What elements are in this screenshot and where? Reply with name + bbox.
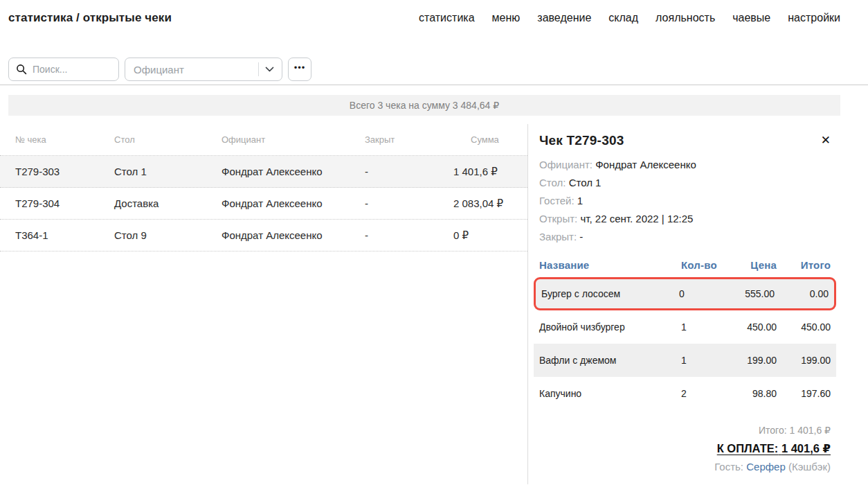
summary-banner: Всего 3 чека на сумму 3 484,64 ₽ xyxy=(8,95,840,116)
toolbar-divider xyxy=(0,85,868,85)
waiter-cell: Фондрат Алексеенко xyxy=(221,197,365,209)
col-waiter: Официант xyxy=(221,134,365,145)
item-qty: 1 xyxy=(681,355,723,366)
checks-table-body: T279-303 Стол 1 Фондрат Алексеенко - 1 4… xyxy=(0,156,527,252)
nav-item[interactable]: меню xyxy=(492,12,521,24)
check-row[interactable]: T279-304 Доставка Фондрат Алексеенко - 2… xyxy=(0,188,527,220)
items-table-body: Бургер с лососем 0 555.00 0.00 Двойной ч… xyxy=(539,277,831,410)
check-number-cell: T279-304 xyxy=(15,197,114,209)
check-info-field: Официант: Фондрат Алексеенко xyxy=(539,159,831,170)
col-closed: Закрыт xyxy=(365,134,453,145)
check-detail-panel: Чек T279-303 ✕ Официант: Фондрат Алексее… xyxy=(527,124,868,484)
panel-header: Чек T279-303 ✕ xyxy=(539,133,831,148)
subtotal-value: 1 401,6 ₽ xyxy=(789,425,831,436)
item-name: Бургер с лососем xyxy=(541,288,679,299)
top-bar: статистика / открытые чеки статистика ме… xyxy=(0,0,868,25)
main-content: № чека Стол Официант Закрыт Сумма T279-3… xyxy=(0,124,868,484)
search-input[interactable] xyxy=(8,58,119,81)
check-info-field: Стол: Стол 1 xyxy=(539,177,831,188)
nav-item[interactable]: чаевые xyxy=(732,12,770,24)
col-item-name: Название xyxy=(539,259,681,271)
sum-cell: 0 ₽ xyxy=(453,229,527,242)
guest-label: Гость: xyxy=(714,461,743,473)
field-label: Гостей: xyxy=(539,195,575,206)
checks-table: № чека Стол Официант Закрыт Сумма T279-3… xyxy=(0,124,527,484)
waiter-filter-label: Официант xyxy=(134,64,184,76)
col-item-qty: Кол-во xyxy=(681,259,723,271)
col-sum: Сумма xyxy=(453,134,527,145)
check-info-field: Открыт: чт, 22 сент. 2022 | 12:25 xyxy=(539,213,831,224)
nav-item[interactable]: настройки xyxy=(788,12,840,24)
closed-cell: - xyxy=(365,229,453,241)
closed-cell: - xyxy=(365,166,453,177)
item-qty: 0 xyxy=(679,288,721,299)
select-divider xyxy=(258,62,259,76)
item-row: Двойной чизбургер 1 450.00 450.00 xyxy=(534,310,836,344)
table-cell: Доставка xyxy=(114,197,221,209)
due-label: К ОПЛАТЕ: xyxy=(717,442,779,455)
filters-toolbar: Официант ••• xyxy=(8,58,868,81)
check-info-field: Закрыт: - xyxy=(539,231,831,242)
checks-table-header: № чека Стол Официант Закрыт Сумма xyxy=(0,124,527,156)
due-value: 1 401,6 ₽ xyxy=(781,442,831,455)
check-info-field: Гостей: 1 xyxy=(539,195,831,206)
waiter-cell: Фондрат Алексеенко xyxy=(221,229,365,241)
table-cell: Стол 1 xyxy=(114,166,221,177)
closed-cell: - xyxy=(365,197,453,209)
item-qty: 1 xyxy=(681,321,723,333)
item-price: 555.00 xyxy=(721,288,775,299)
subtotal-label: Итого: xyxy=(759,425,787,436)
amount-due-line[interactable]: К ОПЛАТЕ: 1 401,6 ₽ xyxy=(717,442,831,455)
sum-cell: 1 401,6 ₽ xyxy=(453,166,527,178)
field-value: 1 xyxy=(577,195,583,206)
field-label: Закрыт: xyxy=(539,231,577,242)
col-table: Стол xyxy=(114,134,221,145)
main-nav: статистика меню заведение склад лояльнос… xyxy=(419,12,840,24)
guest-note: (Кэшбэк) xyxy=(788,461,831,473)
item-name: Капучино xyxy=(539,388,681,399)
subtotal-line: Итого: 1 401,6 ₽ xyxy=(539,425,831,436)
field-label: Стол: xyxy=(539,177,566,188)
item-row: Вафли с джемом 1 199.00 199.00 xyxy=(534,344,836,377)
item-qty: 2 xyxy=(681,388,723,399)
search-field[interactable] xyxy=(33,64,111,75)
field-label: Официант: xyxy=(539,159,593,170)
more-filters-button[interactable]: ••• xyxy=(288,58,311,81)
col-check-number: № чека xyxy=(15,134,114,145)
item-name: Вафли с джемом xyxy=(539,355,681,366)
waiter-filter-select[interactable]: Официант xyxy=(125,58,282,81)
nav-item[interactable]: склад xyxy=(608,12,638,24)
open-checks-page: статистика / открытые чеки статистика ме… xyxy=(0,0,868,485)
close-icon[interactable]: ✕ xyxy=(821,134,831,146)
check-info-fields: Официант: Фондрат Алексеенко Стол: Стол … xyxy=(539,159,831,242)
check-number-cell: T364-1 xyxy=(15,229,114,241)
check-number-cell: T279-303 xyxy=(15,166,114,177)
check-row[interactable]: T364-1 Стол 9 Фондрат Алексеенко - 0 ₽ xyxy=(0,220,527,252)
nav-item[interactable]: лояльность xyxy=(655,12,715,24)
panel-title: Чек T279-303 xyxy=(539,133,624,148)
search-icon xyxy=(16,64,27,75)
item-row: Бургер с лососем 0 555.00 0.00 xyxy=(534,277,836,310)
table-cell: Стол 9 xyxy=(114,229,221,241)
waiter-cell: Фондрат Алексеенко xyxy=(221,166,365,177)
guest-line: Гость: Серфер (Кэшбэк) xyxy=(539,461,831,473)
item-total: 0.00 xyxy=(775,288,829,299)
chevron-down-icon xyxy=(265,67,274,73)
item-price: 450.00 xyxy=(723,321,777,333)
field-value: Стол 1 xyxy=(569,177,602,188)
col-item-price: Цена xyxy=(723,259,777,271)
nav-item[interactable]: заведение xyxy=(537,12,591,24)
item-price: 98.80 xyxy=(723,388,777,399)
check-row[interactable]: T279-303 Стол 1 Фондрат Алексеенко - 1 4… xyxy=(0,156,527,188)
nav-item[interactable]: статистика xyxy=(419,12,474,24)
field-value: чт, 22 сент. 2022 | 12:25 xyxy=(580,213,693,224)
sum-cell: 2 083,04 ₽ xyxy=(453,197,527,210)
items-table-header: Название Кол-во Цена Итого xyxy=(539,254,831,277)
guest-link[interactable]: Серфер xyxy=(746,461,786,473)
item-name: Двойной чизбургер xyxy=(539,321,681,333)
item-total: 197.60 xyxy=(777,388,831,399)
ellipsis-icon: ••• xyxy=(294,62,306,73)
item-price: 199.00 xyxy=(723,355,777,366)
col-item-total: Итого xyxy=(777,259,831,271)
breadcrumb[interactable]: статистика / открытые чеки xyxy=(8,11,172,25)
